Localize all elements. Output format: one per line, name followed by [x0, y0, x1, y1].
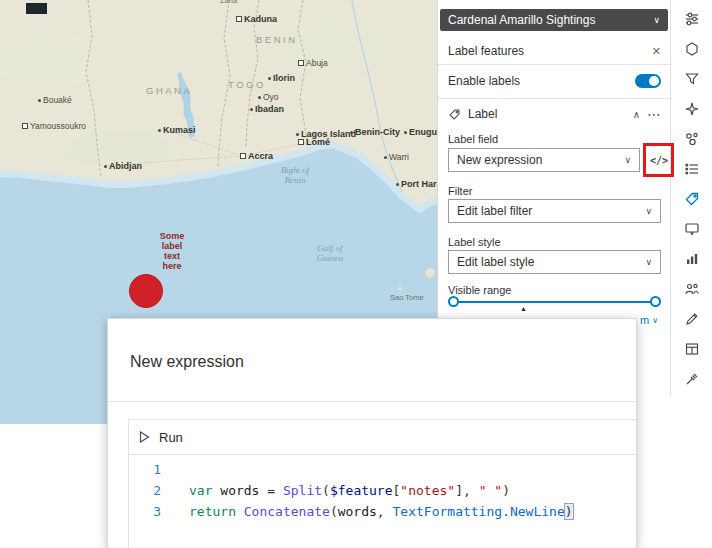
- sharing-icon: [684, 281, 700, 297]
- visible-range-label: Visible range: [448, 284, 511, 296]
- forest-area: [65, 132, 175, 168]
- run-label: Run: [159, 430, 183, 445]
- code-line: 2var words = Split($feature["notes"], " …: [129, 480, 636, 501]
- label-field-label: Label field: [448, 133, 498, 145]
- code-text[interactable]: var words = Split($feature["notes"], " "…: [175, 480, 510, 501]
- filter-icon: [684, 71, 700, 87]
- aggregation-icon: [684, 131, 700, 147]
- label-features-panel: Cardenal Amarillo Sightings ∨ Label feat…: [437, 0, 670, 348]
- label-group-title: Label: [468, 107, 497, 121]
- filter-value: Edit label filter: [457, 204, 532, 218]
- styles-icon: [684, 41, 700, 57]
- code-text[interactable]: return Concatenate(words, TextFormatting…: [175, 501, 573, 522]
- enable-labels-label: Enable labels: [448, 74, 520, 88]
- charts-icon: [684, 251, 700, 267]
- scale-unit-select[interactable]: m ∨: [640, 314, 658, 326]
- toolbar-button-effects[interactable]: [678, 95, 706, 123]
- fields-icon: [684, 161, 700, 177]
- arcade-editor: Run 12var words = Split($feature["notes"…: [128, 419, 636, 548]
- label-style-label: Label style: [448, 236, 501, 248]
- play-icon: [139, 431, 150, 443]
- expression-dialog: New expression Run 12var words = Split($…: [107, 318, 637, 548]
- scale-unit-value: m: [640, 314, 649, 326]
- tag-icon: [448, 108, 461, 121]
- ellipsis-icon[interactable]: ⋯: [647, 109, 661, 119]
- current-scale-marker: ▲: [520, 305, 527, 312]
- close-icon[interactable]: ✕: [652, 45, 661, 58]
- toolbar-button-properties-sliders[interactable]: [678, 5, 706, 33]
- chevron-down-icon: ∨: [645, 206, 652, 216]
- arcgis-map-viewer: GHANATOGOBENINZariaKadunaAbujaIlorinOyoI…: [0, 0, 712, 548]
- toggle-knob: [649, 76, 659, 86]
- map-dark-chip: [26, 3, 47, 14]
- run-button[interactable]: Run: [139, 430, 183, 445]
- chevron-down-icon: ∨: [624, 155, 631, 165]
- code-editor-area[interactable]: 12var words = Split($feature["notes"], "…: [129, 455, 636, 522]
- toolbar-button-filter[interactable]: [678, 65, 706, 93]
- labels-icon: [684, 191, 700, 207]
- chevron-up-icon[interactable]: ∧: [633, 109, 640, 120]
- code-text[interactable]: [175, 459, 189, 480]
- panel-title: Label features: [448, 44, 524, 58]
- toolbar-button-fields[interactable]: [678, 155, 706, 183]
- divider: [108, 401, 636, 402]
- toolbar-button-eyedropper[interactable]: [678, 365, 706, 393]
- slider-track: [457, 301, 652, 303]
- code-line: 1: [129, 459, 636, 480]
- chevron-down-icon: ∨: [645, 257, 652, 267]
- sao-tome-island: [398, 287, 402, 291]
- slider-handle-min[interactable]: [448, 296, 459, 307]
- label-field-value: New expression: [457, 153, 542, 167]
- chevron-down-icon: ∨: [652, 316, 658, 325]
- dialog-title: New expression: [130, 353, 244, 371]
- island: [425, 268, 435, 278]
- chevron-down-icon: ∨: [653, 15, 660, 25]
- effects-icon: [684, 101, 700, 117]
- eyedropper-icon: [684, 371, 700, 387]
- editing-icon: [684, 311, 700, 327]
- layer-selector[interactable]: Cardenal Amarillo Sightings ∨: [440, 9, 668, 31]
- properties-sliders-icon: [684, 11, 700, 27]
- editor-toolbar: Run: [129, 420, 636, 455]
- forest-area: [280, 19, 400, 71]
- line-number: 3: [129, 501, 175, 522]
- divider: [438, 64, 671, 65]
- label-field-select[interactable]: New expression ∨: [448, 148, 640, 172]
- visible-range-slider[interactable]: ▲: [448, 296, 661, 312]
- toolbar-button-tables[interactable]: [678, 335, 706, 363]
- toolbar-button-styles[interactable]: [678, 35, 706, 63]
- sighting-marker[interactable]: [130, 275, 163, 308]
- line-number: 2: [129, 480, 175, 501]
- enable-labels-toggle[interactable]: [635, 74, 661, 88]
- toolbar-button-popups[interactable]: [678, 215, 706, 243]
- toolbar-button-labels[interactable]: [678, 185, 706, 213]
- edit-expression-button[interactable]: </>: [647, 148, 671, 172]
- filter-label: Filter: [448, 185, 472, 197]
- popups-icon: [684, 221, 700, 237]
- layer-title: Cardenal Amarillo Sightings: [448, 13, 595, 27]
- toolbar-button-aggregation[interactable]: [678, 125, 706, 153]
- toolbar-button-editing[interactable]: [678, 305, 706, 333]
- slider-handle-max[interactable]: [650, 296, 661, 307]
- toolbar-button-charts[interactable]: [678, 245, 706, 273]
- label-style-select[interactable]: Edit label style ∨: [448, 250, 661, 274]
- toolbar-button-sharing[interactable]: [678, 275, 706, 303]
- line-number: 1: [129, 459, 175, 480]
- settings-toolbar: [670, 0, 712, 396]
- divider: [438, 98, 671, 99]
- label-style-value: Edit label style: [457, 255, 534, 269]
- code-line: 3return Concatenate(words, TextFormattin…: [129, 501, 636, 522]
- label-filter-select[interactable]: Edit label filter ∨: [448, 199, 661, 223]
- tables-icon: [684, 341, 700, 357]
